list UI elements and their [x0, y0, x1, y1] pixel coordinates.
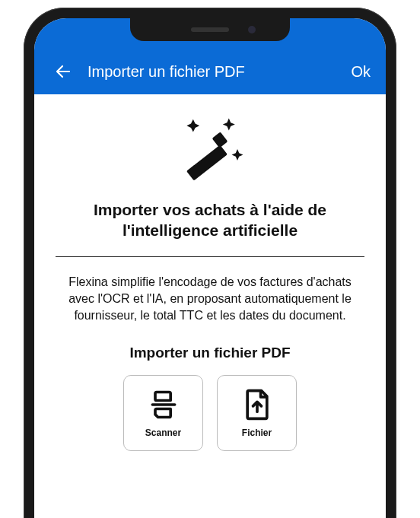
- svg-rect-1: [212, 132, 228, 148]
- ok-button[interactable]: Ok: [351, 63, 371, 81]
- body-text: Flexina simplifie l'encodage de vos fact…: [56, 274, 364, 325]
- scanner-button-label: Scanner: [145, 427, 181, 438]
- notch-speaker: [191, 27, 229, 32]
- sub-headline: Importer un fichier PDF: [56, 345, 364, 361]
- app-bar-title: Importer un fichier PDF: [88, 63, 351, 81]
- file-button-label: Fichier: [242, 427, 272, 438]
- phone-notch: [130, 18, 290, 41]
- file-upload-icon: [240, 388, 274, 421]
- action-button-row: Scanner Fichier: [56, 375, 364, 451]
- main-content: Importer vos achats à l'aide de l'intell…: [34, 94, 386, 451]
- headline: Importer vos achats à l'aide de l'intell…: [56, 199, 364, 241]
- svg-rect-0: [186, 145, 228, 180]
- scanner-button[interactable]: Scanner: [123, 375, 203, 451]
- magic-wand-icon: [164, 117, 256, 186]
- phone-frame: Importer un fichier PDF Ok Impo: [24, 8, 396, 518]
- divider: [56, 256, 364, 257]
- back-arrow-icon: [54, 62, 72, 81]
- notch-camera: [248, 26, 256, 33]
- scanner-icon: [147, 388, 180, 421]
- file-button[interactable]: Fichier: [217, 375, 297, 451]
- phone-screen: Importer un fichier PDF Ok Impo: [34, 18, 386, 518]
- back-button[interactable]: [49, 58, 77, 85]
